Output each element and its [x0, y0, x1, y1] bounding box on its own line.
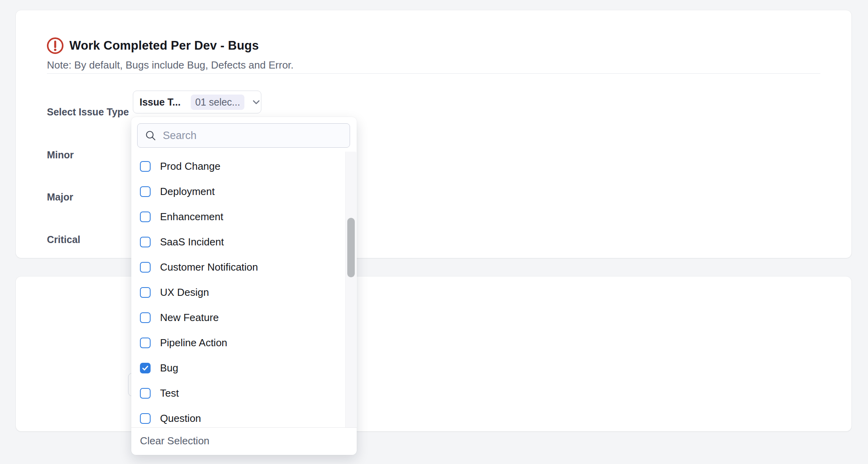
card-title-row: Work Completed Per Dev - Bugs	[47, 37, 259, 54]
checkbox-icon[interactable]	[140, 338, 151, 348]
issue-type-option-list: Prod Change Deployment Enhancement SaaS …	[131, 152, 357, 427]
dropdown-option-label: Enhancement	[160, 211, 223, 223]
checkbox-icon[interactable]	[140, 312, 151, 323]
checkbox-icon[interactable]	[140, 161, 151, 172]
dropdown-option[interactable]: Enhancement	[131, 204, 357, 229]
dropdown-option-label: Test	[160, 387, 179, 399]
dropdown-option[interactable]: Bug	[131, 355, 357, 380]
scrollbar-track[interactable]	[345, 152, 356, 427]
dropdown-option-label: UX Design	[160, 286, 209, 299]
checkbox-icon[interactable]	[140, 388, 151, 399]
chevron-down-icon	[251, 97, 261, 107]
issue-type-trigger-button[interactable]: Issue T... 01 selec...	[133, 91, 261, 113]
checkbox-icon[interactable]	[140, 186, 151, 197]
checkbox-icon[interactable]	[140, 262, 151, 273]
card-note: Note: By default, Bugs include Bug, Defe…	[47, 59, 294, 71]
checkbox-icon[interactable]	[140, 287, 151, 298]
dropdown-option[interactable]: Prod Change	[131, 154, 357, 179]
dropdown-option[interactable]: Question	[131, 406, 357, 427]
dropdown-option-label: SaaS Incident	[160, 236, 224, 248]
label-minor: Minor	[47, 149, 74, 161]
scrollbar-thumb[interactable]	[347, 218, 355, 277]
label-major: Major	[47, 191, 73, 203]
dropdown-option[interactable]: Pipeline Action	[131, 330, 357, 355]
dropdown-option[interactable]: Deployment	[131, 179, 357, 204]
search-box[interactable]	[137, 123, 350, 148]
dropdown-option[interactable]: SaaS Incident	[131, 229, 357, 254]
selected-count-badge: 01 selec...	[191, 95, 244, 110]
label-critical: Critical	[47, 234, 80, 245]
trigger-label: Issue T...	[140, 97, 181, 108]
search-icon	[145, 130, 156, 141]
dropdown-option-label: Prod Change	[160, 160, 220, 173]
checkbox-icon[interactable]	[140, 237, 151, 247]
dropdown-option[interactable]: Customer Notification	[131, 254, 357, 280]
page-title: Work Completed Per Dev - Bugs	[69, 39, 259, 53]
divider	[47, 73, 820, 74]
dropdown-option-label: Bug	[160, 362, 178, 374]
checkbox-icon[interactable]	[140, 363, 151, 373]
search-input[interactable]	[163, 130, 343, 142]
dropdown-option[interactable]: Test	[131, 380, 357, 406]
label-select-issue-type: Select Issue Type	[47, 106, 129, 118]
circle-exclamation-icon	[47, 37, 64, 54]
dropdown-option-label: Customer Notification	[160, 261, 258, 273]
clear-selection-button[interactable]: Clear Selection	[140, 428, 209, 454]
dropdown-option-label: Pipeline Action	[160, 337, 227, 349]
checkbox-icon[interactable]	[140, 212, 151, 222]
checkbox-icon[interactable]	[140, 413, 151, 424]
dropdown-option-label: Deployment	[160, 186, 215, 198]
dropdown-option[interactable]: UX Design	[131, 280, 357, 305]
dropdown-option-label: Question	[160, 412, 201, 425]
dropdown-option[interactable]: New Feature	[131, 305, 357, 330]
dropdown-option-label: New Feature	[160, 312, 219, 324]
issue-type-dropdown-panel: Prod Change Deployment Enhancement SaaS …	[131, 117, 357, 455]
